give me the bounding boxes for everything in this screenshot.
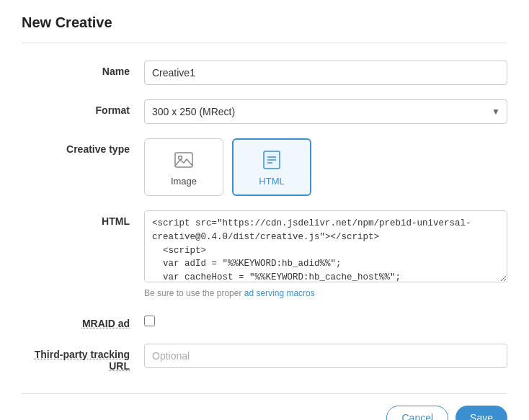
creative-type-options: Image HTML [144,138,507,196]
format-dropdown-wrap: 300 x 250 (MRect) 728 x 90 (Leaderboard)… [144,99,507,124]
creative-type-html[interactable]: HTML [232,138,311,196]
format-select[interactable]: 300 x 250 (MRect) 728 x 90 (Leaderboard)… [144,99,507,124]
name-input[interactable] [144,61,507,85]
creative-type-image[interactable]: Image [144,138,223,196]
footer: Cancel Save [22,393,507,420]
html-label: HTML [22,210,144,227]
mraid-checkbox[interactable] [144,316,155,326]
name-label: Name [22,61,144,77]
svg-point-1 [179,156,182,159]
name-input-wrap [144,61,507,85]
image-icon [172,148,195,171]
format-select-wrap: 300 x 250 (MRect) 728 x 90 (Leaderboard)… [144,99,507,124]
creative-type-label: Creative type [22,138,144,155]
mraid-label: MRAID ad [22,313,144,329]
html-input-wrap: <script src="https://cdn.jsdelivr.net/np… [144,210,507,298]
creative-type-html-label: HTML [259,176,284,187]
tracking-url-input[interactable] [144,344,507,368]
save-button[interactable]: Save [455,406,507,420]
tracking-url-input-wrap [144,344,507,368]
creative-type-row: Creative type Image [22,138,507,196]
html-row: HTML <script src="https://cdn.jsdelivr.n… [22,210,507,298]
page-container: New Creative Name Format 300 x 250 (MRec… [0,0,529,420]
page-title: New Creative [22,14,507,31]
svg-rect-0 [175,153,192,167]
html-icon [260,148,283,171]
html-textarea[interactable]: <script src="https://cdn.jsdelivr.net/np… [144,210,507,282]
format-label: Format [22,99,144,116]
tracking-url-label: Third-party tracking URL [22,344,144,372]
mraid-row: MRAID ad [22,313,507,329]
name-row: Name [22,61,507,85]
cancel-button[interactable]: Cancel [386,406,448,420]
ad-serving-macros-link[interactable]: ad serving macros [244,288,315,298]
tracking-url-row: Third-party tracking URL [22,344,507,372]
divider [22,43,507,43]
creative-type-image-label: Image [171,176,197,187]
mraid-checkbox-container [144,313,507,326]
mraid-checkbox-wrap [144,313,507,326]
format-row: Format 300 x 250 (MRect) 728 x 90 (Leade… [22,99,507,124]
html-help-text: Be sure to use the proper ad serving mac… [144,288,507,298]
creative-type-cards: Image HTML [144,138,507,196]
